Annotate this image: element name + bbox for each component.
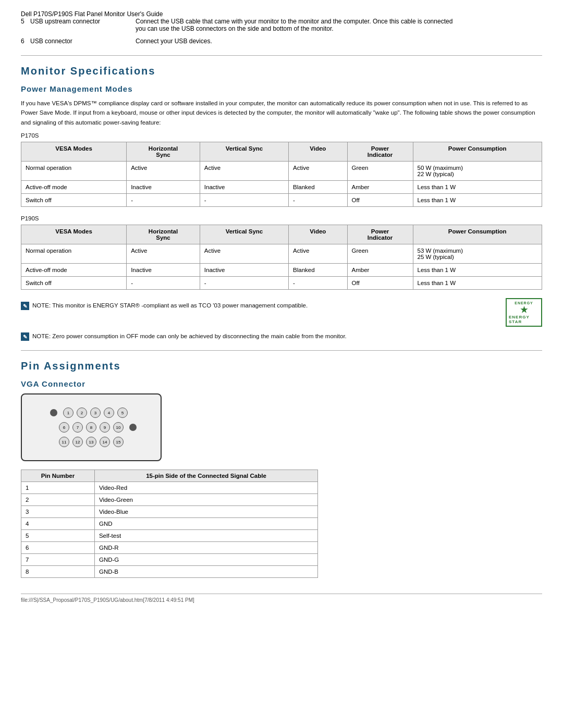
power-mgmt-intro: If you have VESA's DPMS™ compliance disp… [21, 98, 542, 127]
note-text-1: NOTE: This monitor is ENERGY STAR® -comp… [32, 301, 308, 310]
vga-row-2: 6 7 8 9 10 [42, 421, 141, 434]
table-row: Active-off modeInactiveInactiveBlankedAm… [21, 181, 542, 194]
vga-dot-left [50, 409, 57, 416]
table-row: 1Video-Red [21, 482, 318, 494]
col-vesa-modes: VESA Modes [21, 142, 127, 162]
table-row: Active-off modeInactiveInactiveBlankedAm… [21, 264, 542, 277]
usb-section: 5 USB upstream connector Connect the USB… [21, 18, 542, 45]
col-power-indicator: PowerIndicator [347, 142, 413, 162]
monitor-specs-title: Monitor Specifications [21, 65, 542, 77]
table-row: Switch off---OffLess than 1 W [21, 277, 542, 290]
pin-col-number: Pin Number [21, 470, 95, 482]
col-power-consumption: Power Consumption [413, 142, 542, 162]
note-block-1: ✎ NOTE: This monitor is ENERGY STAR® -co… [21, 301, 495, 310]
table-row: 6GND-R [21, 542, 318, 554]
vga-connector-title: VGA Connector [21, 379, 542, 388]
usb-label-5: 5 USB upstream connector [21, 18, 136, 25]
table-row: 5Self-test [21, 530, 318, 542]
usb-desc-6: Connect your USB devices. [136, 38, 212, 45]
table-row: 7GND-G [21, 554, 318, 566]
col-power-consumption-2: Power Consumption [413, 225, 542, 244]
p170s-table: VESA Modes HorizontalSync Vertical Sync … [21, 142, 542, 207]
power-management-section: Power Management Modes If you have VESA'… [21, 84, 542, 341]
pin-col-signal: 15-pin Side of the Connected Signal Cabl… [94, 470, 317, 482]
col-vert-sync: Vertical Sync [200, 142, 288, 162]
table-row: 4GND [21, 518, 318, 530]
col-horiz-sync: HorizontalSync [127, 142, 200, 162]
monitor-specs-section: Monitor Specifications Power Management … [21, 65, 542, 341]
col-vert-sync-2: Vertical Sync [200, 225, 288, 244]
p190s-table: VESA Modes HorizontalSync Vertical Sync … [21, 225, 542, 290]
col-power-indicator-2: PowerIndicator [347, 225, 413, 244]
table-row: 2Video-Green [21, 494, 318, 506]
usb-row-6: 6 USB connector Connect your USB devices… [21, 38, 542, 45]
usb-row-5: 5 USB upstream connector Connect the USB… [21, 18, 542, 32]
pin-assignments-section: Pin Assignments VGA Connector 1 2 3 4 5 … [21, 360, 542, 578]
table-row: Normal operationActiveActiveActiveGreen5… [21, 162, 542, 181]
table-row: Normal operationActiveActiveActiveGreen5… [21, 244, 542, 264]
note-row-1: ✎ NOTE: This monitor is ENERGY STAR® -co… [21, 298, 542, 327]
header-title: Dell P170S/P190S Flat Panel Monitor User… [21, 10, 163, 18]
table-row: 3Video-Blue [21, 506, 318, 518]
power-mgmt-title: Power Management Modes [21, 84, 542, 93]
vga-row-3: 11 12 13 14 15 [42, 436, 141, 448]
col-horiz-sync-2: HorizontalSync [127, 225, 200, 244]
p190s-label: P190S [21, 215, 542, 221]
vga-connector-section: VGA Connector 1 2 3 4 5 6 7 8 9 [21, 379, 542, 578]
usb-label-6: 6 USB connector [21, 38, 136, 45]
note-text-2: NOTE: Zero power consumption in OFF mode… [32, 332, 347, 341]
vga-connector-diagram: 1 2 3 4 5 6 7 8 9 10 [21, 393, 162, 461]
col-vesa-modes-2: VESA Modes [21, 225, 127, 244]
note-icon-1: ✎ [21, 302, 29, 310]
footer-text: file:///S|/SSA_Proposal/P170S_P190S/UG/a… [21, 597, 194, 603]
energy-star-badge: energy ★ ENERGY STAR [506, 298, 542, 327]
vga-dot-right [129, 424, 137, 431]
usb-desc-5: Connect the USB cable that came with you… [136, 18, 459, 32]
col-video-2: Video [289, 225, 348, 244]
note-icon-2: ✎ [21, 332, 29, 341]
pin-assignments-title: Pin Assignments [21, 360, 542, 372]
pin-table: Pin Number 15-pin Side of the Connected … [21, 470, 318, 578]
footer: file:///S|/SSA_Proposal/P170S_P190S/UG/a… [21, 594, 542, 603]
page-header: Dell P170S/P190S Flat Panel Monitor User… [21, 10, 542, 18]
divider-2 [21, 350, 542, 351]
col-video: Video [289, 142, 348, 162]
p170s-label: P170S [21, 132, 542, 139]
table-row: Switch off---OffLess than 1 W [21, 194, 542, 207]
vga-row-1: 1 2 3 4 5 [46, 406, 137, 419]
table-row: 8GND-B [21, 566, 318, 578]
divider-1 [21, 55, 542, 56]
note-block-2: ✎ NOTE: Zero power consumption in OFF mo… [21, 332, 542, 341]
